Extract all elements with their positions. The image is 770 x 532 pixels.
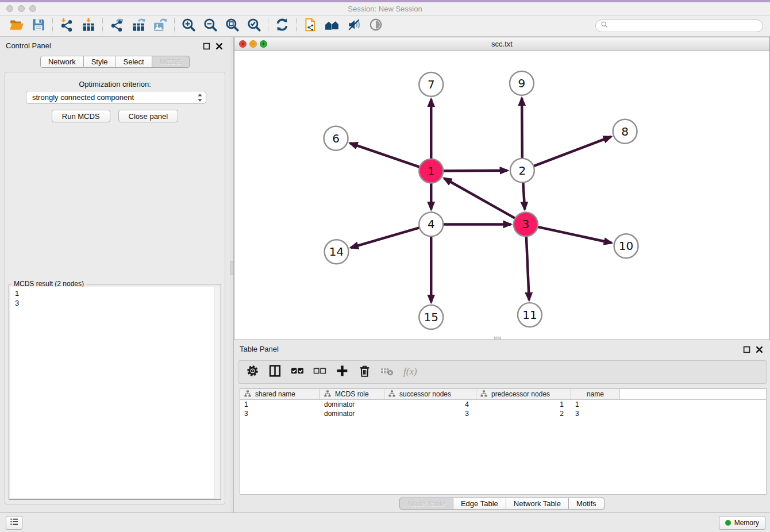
export-table-icon [131, 17, 146, 34]
function-builder-button: f(x) [403, 364, 424, 380]
table-panel-title: Table Panel [240, 345, 279, 353]
control-panel-controls [203, 42, 223, 49]
import-network-button[interactable] [56, 17, 78, 34]
column-header-label: MCDS role [335, 390, 369, 398]
open-folder-icon [9, 17, 24, 34]
graph-node-label: 7 [428, 78, 435, 91]
zoom-in-button[interactable] [178, 17, 199, 34]
select-all-button[interactable] [291, 364, 304, 380]
home-icon [325, 17, 340, 34]
network-window: × − + scc.txt 1234678910111415 [234, 37, 770, 340]
graph-edge-3-10[interactable] [526, 224, 611, 242]
status-bar: Memory [0, 512, 770, 532]
memory-button[interactable]: Memory [719, 516, 765, 530]
tab-network[interactable]: Network [40, 56, 84, 68]
column-header-MCDS-role[interactable]: MCDS role [320, 389, 384, 399]
tab-node-table[interactable]: Node Table [399, 498, 453, 510]
graph-edge-1-6[interactable] [350, 143, 431, 171]
label-visibility-icon [346, 17, 361, 34]
selected-option-label: strongly connected component [32, 93, 134, 102]
eye-button[interactable] [365, 17, 387, 34]
graph-edge-2-8[interactable] [522, 137, 611, 171]
table-row[interactable]: 1dominator411 [240, 400, 766, 409]
run-mcds-button[interactable]: Run MCDS [52, 110, 110, 122]
clone-network-button[interactable] [299, 17, 321, 34]
mcds-result-group: MCDS result (2 nodes) 1 3 [9, 284, 221, 500]
save-button[interactable] [28, 17, 49, 34]
tree-icon [388, 390, 395, 399]
graph-node-label: 3 [522, 217, 530, 231]
delete-row-button[interactable] [358, 364, 371, 380]
deselect-all-button[interactable] [313, 364, 326, 380]
export-table-button[interactable] [128, 17, 149, 34]
select-all-icon [291, 364, 304, 380]
deselect-all-icon [313, 364, 326, 380]
home-button[interactable] [321, 17, 343, 34]
tab-network-table[interactable]: Network Table [506, 498, 569, 510]
tab-motifs[interactable]: Motifs [569, 498, 605, 510]
graph-edge-3-1[interactable] [444, 178, 526, 224]
tab-select[interactable]: Select [116, 56, 152, 68]
clone-network-icon [303, 17, 318, 34]
function-builder-icon: f(x) [403, 364, 424, 380]
table-toolbar: f(x) [238, 360, 767, 384]
zoom-selected-button[interactable] [243, 17, 265, 34]
delete-column-button [380, 364, 394, 380]
main-toolbar [0, 16, 770, 37]
close-panel-icon[interactable] [215, 42, 223, 49]
tab-edge-table[interactable]: Edge Table [453, 498, 506, 510]
cell-successor-nodes: 4 [384, 400, 476, 409]
search-field[interactable] [595, 20, 763, 32]
dropdown-stepper-icon [197, 93, 203, 102]
open-folder-button[interactable] [6, 17, 28, 34]
network-canvas[interactable]: 1234678910111415 [234, 51, 769, 340]
tree-icon [480, 390, 487, 399]
zoom-selected-icon [247, 17, 261, 34]
vertical-splitter[interactable] [230, 37, 234, 512]
columns-button[interactable] [268, 364, 282, 380]
splitter-grip[interactable] [230, 261, 233, 275]
svg-text:f(x): f(x) [403, 366, 417, 377]
network-graph[interactable]: 1234678910111415 [234, 51, 769, 340]
import-table-icon [81, 17, 96, 34]
optimization-criterion-select[interactable]: strongly connected component [26, 91, 206, 104]
close-panel-icon[interactable] [756, 345, 763, 353]
add-row-button[interactable] [336, 364, 349, 380]
float-panel-icon[interactable] [203, 42, 210, 49]
column-header-shared-name[interactable]: shared name [240, 389, 320, 399]
delete-column-icon [380, 364, 394, 380]
gear-icon [246, 364, 259, 380]
graph-node-label: 1 [428, 164, 435, 178]
export-image-button[interactable] [149, 17, 171, 34]
tab-mcds[interactable]: MCDS [152, 56, 190, 68]
float-panel-icon[interactable] [743, 345, 750, 353]
mcds-panel: Optimization criterion: strongly connect… [5, 72, 225, 504]
tab-style[interactable]: Style [84, 56, 116, 68]
label-visibility-button[interactable] [343, 17, 365, 34]
column-header-name[interactable]: name [571, 389, 620, 399]
gear-button[interactable] [246, 364, 259, 380]
table-row[interactable]: 3dominator323 [240, 409, 766, 418]
column-header-label: successor nodes [399, 390, 451, 398]
refresh-button[interactable] [271, 17, 293, 34]
zoom-out-button[interactable] [199, 17, 221, 34]
node-table: shared nameMCDS rolesuccessor nodesprede… [240, 388, 767, 495]
panels-menu-button[interactable] [6, 516, 22, 530]
mcds-result-area[interactable]: 1 3 [10, 287, 220, 498]
delete-row-icon [358, 364, 371, 380]
mcds-result-scrollbar[interactable] [214, 287, 220, 498]
memory-label: Memory [734, 519, 759, 527]
control-panel-tabs: NetworkStyleSelectMCDS [0, 56, 230, 68]
cell-shared-name: 1 [240, 400, 320, 409]
import-table-button[interactable] [78, 17, 99, 34]
network-window-titlebar[interactable]: × − + scc.txt [234, 37, 769, 51]
column-header-successor-nodes[interactable]: successor nodes [384, 389, 476, 399]
cell-predecessor-nodes: 1 [476, 400, 571, 409]
close-panel-button[interactable]: Close panel [118, 110, 179, 122]
cell-MCDS-role: dominator [320, 400, 384, 409]
toolbar-separator [102, 18, 103, 33]
column-header-predecessor-nodes[interactable]: predecessor nodes [476, 389, 571, 399]
zoom-fit-button[interactable] [221, 17, 243, 34]
search-input[interactable] [611, 22, 758, 30]
export-network-button[interactable] [106, 17, 128, 34]
